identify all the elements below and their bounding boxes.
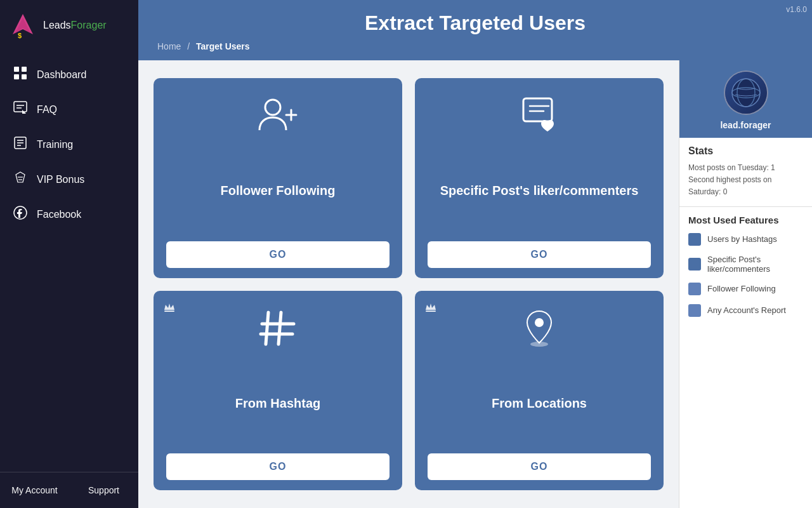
card-from-hashtag[interactable]: From Hashtag GO xyxy=(154,291,402,491)
sidebar-label-facebook: Facebook xyxy=(37,209,81,220)
crown-icon-hashtag xyxy=(162,300,176,317)
profile-username: lead.forager xyxy=(720,120,771,130)
svg-rect-21 xyxy=(523,98,552,121)
main: v1.6.0 Extract Targeted Users Home / Tar… xyxy=(138,0,812,508)
breadcrumb-separator: / xyxy=(187,41,190,51)
my-account-link[interactable]: My Account xyxy=(0,481,69,499)
header: v1.6.0 Extract Targeted Users Home / Tar… xyxy=(138,0,812,60)
stats-section: Stats Most posts on Tuesday: 1 Second hi… xyxy=(679,138,812,207)
card-title-follower: Follower Following xyxy=(220,184,335,198)
crown-icon-locations xyxy=(424,300,438,317)
sidebar-footer: My Account Support xyxy=(0,472,138,508)
post-like-icon xyxy=(517,93,561,146)
sidebar-label-faq: FAQ xyxy=(37,104,57,116)
svg-text:$: $ xyxy=(18,32,22,39)
content-area: Follower Following GO Specific Post's li… xyxy=(138,60,812,508)
svg-rect-4 xyxy=(22,67,27,72)
profile-section: lead.forager xyxy=(679,60,812,138)
stats-line1: Most posts on Tuesday: 1 Second highest … xyxy=(688,162,803,199)
training-icon xyxy=(13,136,28,153)
sidebar-item-training[interactable]: Training xyxy=(0,127,138,162)
svg-rect-7 xyxy=(14,102,27,112)
feature-item-specific-post: Specific Post's liker/commenters xyxy=(688,255,803,274)
faq-icon xyxy=(13,101,28,118)
sidebar-logo: $ LeadsForager xyxy=(0,0,138,51)
card-from-locations[interactable]: From Locations GO xyxy=(415,291,664,491)
sidebar-label-dashboard: Dashboard xyxy=(37,69,86,81)
sidebar-item-dashboard[interactable]: Dashboard xyxy=(0,57,138,92)
page-title: Extract Targeted Users xyxy=(157,11,793,35)
go-button-follower[interactable]: GO xyxy=(166,241,390,268)
feature-label-users-hashtags: Users by Hashtags xyxy=(707,234,777,244)
svg-rect-6 xyxy=(22,74,27,79)
logo-leads: Leads xyxy=(43,20,71,30)
person-follow-icon xyxy=(256,93,300,146)
right-panel: lead.forager Stats Most posts on Tuesday… xyxy=(679,60,812,508)
svg-point-18 xyxy=(265,100,280,115)
version-badge: v1.6.0 xyxy=(786,5,807,14)
avatar-inner xyxy=(725,71,767,114)
hashtag-icon xyxy=(256,306,300,359)
feature-item-any-account-report: Any Account's Report xyxy=(688,304,803,317)
feature-color-any-account-report xyxy=(688,304,701,317)
avatar xyxy=(724,70,768,115)
feature-color-users-hashtags xyxy=(688,233,701,246)
svg-rect-5 xyxy=(14,74,19,79)
feature-label-specific-post: Specific Post's liker/commenters xyxy=(707,255,803,274)
feature-item-follower-following: Follower Following xyxy=(688,283,803,295)
nav-items: Dashboard FAQ Training VIP Bonus Faceboo… xyxy=(0,51,138,472)
svg-rect-3 xyxy=(14,67,19,72)
svg-rect-29 xyxy=(426,311,436,312)
logo-forager: Forager xyxy=(71,20,107,30)
sidebar-item-facebook[interactable]: Facebook xyxy=(0,197,138,232)
sidebar-label-training: Training xyxy=(37,139,73,150)
svg-point-30 xyxy=(535,318,544,327)
svg-line-26 xyxy=(278,312,281,344)
feature-item-users-hashtags: Users by Hashtags xyxy=(688,233,803,246)
stats-title: Stats xyxy=(688,145,803,157)
feature-color-specific-post xyxy=(688,258,701,271)
svg-point-31 xyxy=(530,342,548,347)
go-button-specific-post[interactable]: GO xyxy=(428,241,651,268)
breadcrumb-home[interactable]: Home xyxy=(157,41,181,51)
svg-line-25 xyxy=(266,312,268,344)
feature-color-follower-following xyxy=(688,283,701,295)
logo-icon: $ xyxy=(9,11,37,39)
location-icon xyxy=(517,306,561,359)
card-follower-following[interactable]: Follower Following GO xyxy=(154,78,402,278)
facebook-icon xyxy=(13,206,28,223)
feature-label-follower-following: Follower Following xyxy=(707,284,776,293)
dashboard-icon xyxy=(13,66,28,83)
sidebar: $ LeadsForager Dashboard FAQ Training xyxy=(0,0,138,508)
most-used-title: Most Used Features xyxy=(688,215,803,225)
svg-rect-24 xyxy=(164,311,174,312)
sidebar-item-faq[interactable]: FAQ xyxy=(0,92,138,127)
feature-label-any-account-report: Any Account's Report xyxy=(707,305,786,315)
card-title-specific-post: Specific Post's liker/commenters xyxy=(440,184,639,198)
sidebar-item-vip-bonus[interactable]: VIP Bonus xyxy=(0,162,138,197)
breadcrumb: Home / Target Users xyxy=(157,41,793,51)
most-used-section: Most Used Features Users by Hashtags Spe… xyxy=(679,207,812,333)
card-specific-post[interactable]: Specific Post's liker/commenters GO xyxy=(415,78,664,278)
support-link[interactable]: Support xyxy=(69,481,138,499)
go-button-locations[interactable]: GO xyxy=(428,453,651,480)
sidebar-label-vip: VIP Bonus xyxy=(37,174,84,185)
breadcrumb-current: Target Users xyxy=(196,41,250,51)
go-button-hashtag[interactable]: GO xyxy=(166,453,390,480)
logo-text: LeadsForager xyxy=(43,20,107,31)
vip-icon xyxy=(13,171,28,188)
card-title-hashtag: From Hashtag xyxy=(235,396,320,411)
card-title-locations: From Locations xyxy=(492,396,587,411)
cards-area: Follower Following GO Specific Post's li… xyxy=(138,60,679,508)
